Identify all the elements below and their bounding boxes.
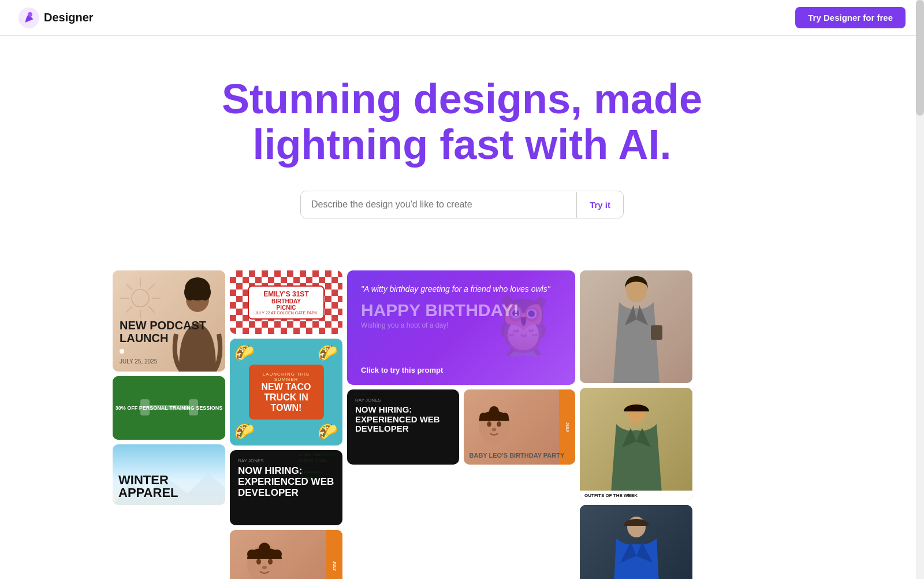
search-area: Try it <box>12 191 912 218</box>
taco-inner: LAUNCHING THIS SUMMER NEW TACO TRUCK IN … <box>249 365 324 420</box>
logo-area: Designer <box>18 8 94 28</box>
happy-birthday-text: HAPPY BIRTHDAY! <box>361 302 561 319</box>
hiring-card[interactable]: const dev=()=>{ return true;}if(x===y){ … <box>230 450 342 525</box>
svg-point-21 <box>247 550 256 559</box>
svg-point-24 <box>262 566 267 569</box>
svg-point-23 <box>259 543 270 554</box>
fitness-card[interactable]: 30% OFF PERSONAL TRAINING SESSIONS <box>113 376 225 440</box>
fashion-card-2[interactable]: Outfits of the Week <box>580 388 692 500</box>
orange-bar-text-2: JULY <box>565 422 569 432</box>
try-designer-button[interactable]: Try Designer for free <box>795 7 906 28</box>
svg-point-14 <box>199 284 211 300</box>
gallery-col-1: NEW PODCAST LAUNCH JULY 25, 2025 30% OFF… <box>113 270 225 579</box>
emily-name: EMILY'S 31ST <box>255 290 318 298</box>
svg-point-2 <box>132 290 149 307</box>
scrollbar-track[interactable] <box>916 0 924 579</box>
try-it-button[interactable]: Try it <box>576 192 623 218</box>
hero-section: Stunning designs, made lightning fast wi… <box>0 36 924 270</box>
svg-point-13 <box>184 284 196 300</box>
svg-point-28 <box>479 413 487 421</box>
scrollbar-thumb[interactable] <box>916 0 924 116</box>
svg-line-8 <box>148 306 155 313</box>
taco-launching: LAUNCHING THIS SUMMER <box>257 372 316 382</box>
baby-card-2[interactable]: BABY LEO'S BIRTHDAY PARTY JULY <box>464 389 576 465</box>
svg-point-26 <box>487 422 491 427</box>
search-bar: Try it <box>300 191 624 218</box>
svg-line-7 <box>126 284 132 290</box>
emily-card-inner: EMILY'S 31ST BIRTHDAY PICNIC JULY 22 AT … <box>248 285 325 320</box>
emily-details: JULY 22 AT GOLDEN GATE PARK <box>255 311 318 315</box>
svg-point-29 <box>501 413 508 421</box>
big-prompt-card[interactable]: 🦉 "A witty birthday greeting for a frien… <box>347 270 575 385</box>
taco-title: NEW TACO TRUCK IN TOWN! <box>257 382 316 413</box>
svg-point-22 <box>273 550 282 559</box>
gallery-col-4: Outfits of the Week <box>580 270 692 579</box>
podcast-label: NEW PODCAST LAUNCH <box>120 319 218 344</box>
winter-title: WINTER APPAREL <box>118 474 219 499</box>
svg-rect-33 <box>651 325 662 340</box>
svg-point-31 <box>491 428 496 432</box>
svg-point-19 <box>256 559 261 565</box>
svg-point-20 <box>268 559 273 565</box>
fitness-text: 30% OFF PERSONAL TRAINING SESSIONS <box>116 405 222 411</box>
gallery: NEW PODCAST LAUNCH JULY 25, 2025 30% OFF… <box>0 270 924 579</box>
search-input[interactable] <box>301 191 576 218</box>
click-prompt-text: Click to try this prompt <box>361 366 443 374</box>
fashion-card-1[interactable] <box>580 270 692 383</box>
svg-line-9 <box>148 284 155 290</box>
prompt-quote: "A witty birthday greeting for a friend … <box>361 284 561 294</box>
emily-birthday-card[interactable]: EMILY'S 31ST BIRTHDAY PICNIC JULY 22 AT … <box>230 270 342 334</box>
bottom-two-cards: const a=1;function b(){ return x+y;}if(z… <box>347 389 575 465</box>
baby-text-2: BABY LEO'S BIRTHDAY PARTY <box>470 452 570 459</box>
fashion-card-3[interactable] <box>580 505 692 579</box>
logo-icon <box>18 8 39 28</box>
hero-title: Stunning designs, made lightning fast wi… <box>202 76 722 168</box>
gallery-col-3: 🦉 "A witty birthday greeting for a frien… <box>347 270 575 579</box>
baby-card[interactable]: BABY LEO'S BIRTHDAY PARTY JULY <box>230 530 342 579</box>
outfits-bar: Outfits of the Week <box>580 491 692 500</box>
svg-point-1 <box>28 12 32 17</box>
orange-bar-text: JULY <box>333 561 337 571</box>
hiring-card-2[interactable]: const a=1;function b(){ return x+y;}if(z… <box>347 389 459 465</box>
taco-card[interactable]: 🌮 🌮 🌮 🌮 LAUNCHING THIS SUMMER NEW TACO T… <box>230 339 342 446</box>
emily-bday: BIRTHDAY <box>255 298 318 305</box>
sub-text: Wishing you a hoot of a day! <box>361 321 561 329</box>
header: Designer Try Designer for free <box>0 0 924 36</box>
podcast-date: JULY 25, 2025 <box>120 358 218 365</box>
gallery-col-2: EMILY'S 31ST BIRTHDAY PICNIC JULY 22 AT … <box>230 270 342 579</box>
svg-line-10 <box>126 306 132 313</box>
orange-bar: JULY <box>326 530 342 579</box>
svg-point-30 <box>489 406 499 416</box>
winter-card[interactable]: WINTER APPAREL <box>113 444 225 505</box>
svg-point-27 <box>497 422 501 427</box>
emily-picnic: PICNIC <box>255 305 318 311</box>
podcast-card[interactable]: NEW PODCAST LAUNCH JULY 25, 2025 <box>113 270 225 372</box>
logo-text: Designer <box>44 11 94 24</box>
